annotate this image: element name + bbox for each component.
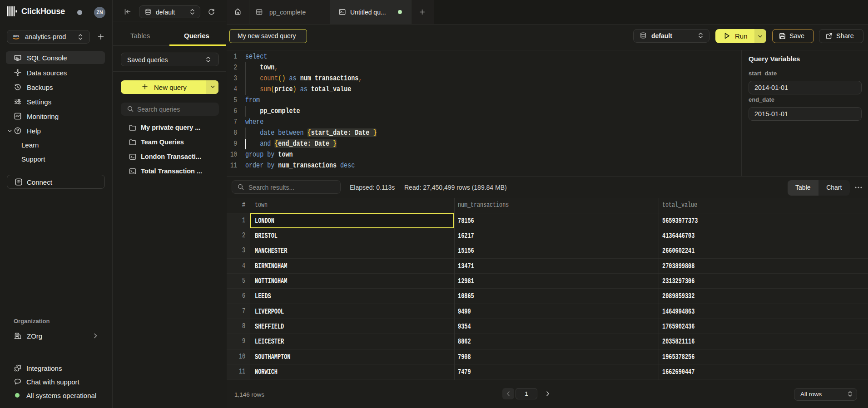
svg-text:aws: aws [13, 34, 19, 37]
